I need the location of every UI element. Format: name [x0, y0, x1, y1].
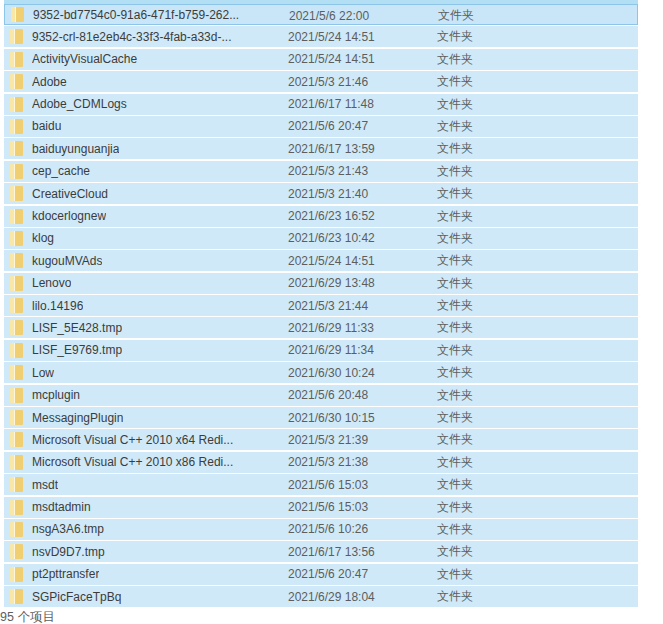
- file-row: baiduyunguanjia 2021/6/17 13:59 文件夹: [0, 138, 663, 160]
- file-row-selection[interactable]: 9352-bd7754c0-91a6-471f-b759-262... 2021…: [4, 4, 638, 25]
- file-row-selection[interactable]: LISF_5E428.tmp 2021/6/29 11:33 文件夹: [4, 317, 638, 338]
- file-row-selection[interactable]: nsgA3A6.tmp 2021/5/6 10:26 文件夹: [4, 519, 638, 540]
- file-modified-date: 2021/5/24 14:51: [288, 49, 375, 70]
- file-modified-date: 2021/6/23 16:52: [288, 206, 375, 227]
- file-modified-date: 2021/6/17 13:59: [288, 138, 375, 159]
- file-type: 文件夹: [437, 250, 473, 271]
- file-name: Microsoft Visual C++ 2010 x86 Redi...: [32, 455, 233, 469]
- file-row-selection[interactable]: cep_cache 2021/5/3 21:43 文件夹: [4, 161, 638, 182]
- file-row: msdt 2021/5/6 15:03 文件夹: [0, 474, 663, 496]
- file-row: MessagingPlugin 2021/6/30 10:15 文件夹: [0, 407, 663, 429]
- file-row-selection[interactable]: SGPicFaceTpBq 2021/6/29 18:04 文件夹: [4, 586, 638, 607]
- folder-icon: [10, 97, 23, 112]
- file-modified-date: 2021/5/3 21:38: [288, 452, 368, 473]
- file-modified-date: 2021/5/6 20:47: [288, 564, 368, 585]
- file-row: Adobe_CDMLogs 2021/6/17 11:48 文件夹: [0, 94, 663, 116]
- file-modified-date: 2021/5/3 21:39: [288, 429, 368, 450]
- folder-icon: [10, 522, 23, 537]
- file-row-selection[interactable]: LISF_E9769.tmp 2021/6/29 11:34 文件夹: [4, 340, 638, 361]
- folder-icon: [11, 7, 24, 22]
- file-type: 文件夹: [437, 362, 473, 383]
- file-row-selection[interactable]: 9352-crl-81e2eb4c-33f3-4fab-a33d-... 202…: [4, 26, 638, 47]
- file-type: 文件夹: [438, 5, 474, 26]
- file-row-selection[interactable]: kugouMVAds 2021/5/24 14:51 文件夹: [4, 250, 638, 271]
- file-modified-date: 2021/5/6 15:03: [288, 497, 368, 518]
- folder-icon: [10, 388, 23, 403]
- file-name: ActivityVisualCache: [32, 52, 137, 66]
- file-row-selection[interactable]: Lenovo 2021/6/29 13:48 文件夹: [4, 273, 638, 294]
- file-row-selection[interactable]: ActivityVisualCache 2021/5/24 14:51 文件夹: [4, 49, 638, 70]
- file-type: 文件夹: [437, 26, 473, 47]
- file-name: Adobe_CDMLogs: [32, 97, 127, 111]
- file-row-selection[interactable]: msdt 2021/5/6 15:03 文件夹: [4, 474, 638, 495]
- file-row-selection[interactable]: msdtadmin 2021/5/6 15:03 文件夹: [4, 497, 638, 518]
- file-name: Low: [32, 366, 54, 380]
- file-type: 文件夹: [437, 474, 473, 495]
- file-row-selection[interactable]: Adobe_CDMLogs 2021/6/17 11:48 文件夹: [4, 94, 638, 115]
- file-row: cep_cache 2021/5/3 21:43 文件夹: [0, 161, 663, 183]
- file-row-selection[interactable]: klog 2021/6/23 10:42 文件夹: [4, 228, 638, 249]
- file-row-selection[interactable]: Microsoft Visual C++ 2010 x86 Redi... 20…: [4, 452, 638, 473]
- folder-icon: [10, 589, 23, 604]
- file-name: MessagingPlugin: [32, 411, 123, 425]
- file-row-selection[interactable]: baidu 2021/5/6 20:47 文件夹: [4, 116, 638, 137]
- file-row: klog 2021/6/23 10:42 文件夹: [0, 228, 663, 250]
- file-name: LISF_E9769.tmp: [32, 343, 122, 357]
- file-type: 文件夹: [437, 228, 473, 249]
- file-row-selection[interactable]: Microsoft Visual C++ 2010 x64 Redi... 20…: [4, 429, 638, 450]
- file-row: 9352-bd7754c0-91a6-471f-b759-262... 2021…: [0, 4, 663, 26]
- file-modified-date: 2021/6/23 10:42: [288, 228, 375, 249]
- file-row: CreativeCloud 2021/5/3 21:40 文件夹: [0, 183, 663, 205]
- file-row-selection[interactable]: pt2pttransfer 2021/5/6 20:47 文件夹: [4, 564, 638, 585]
- file-row-selection[interactable]: baiduyunguanjia 2021/6/17 13:59 文件夹: [4, 138, 638, 159]
- file-name: msdtadmin: [32, 500, 91, 514]
- file-name: 9352-crl-81e2eb4c-33f3-4fab-a33d-...: [32, 30, 231, 44]
- file-row: Lenovo 2021/6/29 13:48 文件夹: [0, 273, 663, 295]
- file-rows-container: 9352-bd7754c0-91a6-471f-b759-262... 2021…: [0, 4, 663, 609]
- file-type: 文件夹: [437, 138, 473, 159]
- file-modified-date: 2021/5/24 14:51: [288, 250, 375, 271]
- file-row-selection[interactable]: kdocerlognew 2021/6/23 16:52 文件夹: [4, 206, 638, 227]
- file-row: LISF_5E428.tmp 2021/6/29 11:33 文件夹: [0, 317, 663, 339]
- file-modified-date: 2021/5/3 21:44: [288, 295, 368, 316]
- file-row-selection[interactable]: mcplugin 2021/5/6 20:48 文件夹: [4, 385, 638, 406]
- file-modified-date: 2021/6/29 11:33: [288, 317, 374, 338]
- file-name: nsvD9D7.tmp: [32, 545, 105, 559]
- folder-icon: [10, 186, 23, 201]
- folder-icon: [10, 410, 23, 425]
- folder-icon: [10, 455, 23, 470]
- file-type: 文件夹: [437, 71, 473, 92]
- file-row-selection[interactable]: Adobe 2021/5/3 21:46 文件夹: [4, 71, 638, 92]
- file-type: 文件夹: [437, 497, 473, 518]
- file-row-selection[interactable]: lilo.14196 2021/5/3 21:44 文件夹: [4, 295, 638, 316]
- folder-icon: [10, 74, 23, 89]
- file-type: 文件夹: [437, 116, 473, 137]
- file-type: 文件夹: [437, 295, 473, 316]
- file-name: SGPicFaceTpBq: [32, 590, 121, 604]
- folder-icon: [10, 253, 23, 268]
- file-row: nsgA3A6.tmp 2021/5/6 10:26 文件夹: [0, 519, 663, 541]
- file-modified-date: 2021/5/24 14:51: [288, 26, 375, 47]
- file-row-selection[interactable]: CreativeCloud 2021/5/3 21:40 文件夹: [4, 183, 638, 204]
- file-modified-date: 2021/5/3 21:43: [288, 161, 368, 182]
- file-row: Microsoft Visual C++ 2010 x64 Redi... 20…: [0, 429, 663, 451]
- file-modified-date: 2021/5/6 20:48: [288, 385, 368, 406]
- folder-icon: [10, 477, 23, 492]
- file-type: 文件夹: [437, 340, 473, 361]
- file-row-selection[interactable]: nsvD9D7.tmp 2021/6/17 13:56 文件夹: [4, 541, 638, 562]
- folder-icon: [10, 343, 23, 358]
- file-row-selection[interactable]: MessagingPlugin 2021/6/30 10:15 文件夹: [4, 407, 638, 428]
- file-type: 文件夹: [437, 161, 473, 182]
- file-row: pt2pttransfer 2021/5/6 20:47 文件夹: [0, 564, 663, 586]
- file-type: 文件夹: [437, 183, 473, 204]
- file-name: 9352-bd7754c0-91a6-471f-b759-262...: [33, 8, 239, 22]
- file-row-selection[interactable]: Low 2021/6/30 10:24 文件夹: [4, 362, 638, 383]
- file-name: msdt: [32, 478, 58, 492]
- folder-icon: [10, 29, 23, 44]
- file-modified-date: 2021/5/6 20:47: [288, 116, 368, 137]
- file-type: 文件夹: [437, 407, 473, 428]
- file-row: LISF_E9769.tmp 2021/6/29 11:34 文件夹: [0, 340, 663, 362]
- file-row: 9352-crl-81e2eb4c-33f3-4fab-a33d-... 202…: [0, 26, 663, 48]
- file-modified-date: 2021/6/29 13:48: [288, 273, 375, 294]
- file-name: LISF_5E428.tmp: [32, 321, 122, 335]
